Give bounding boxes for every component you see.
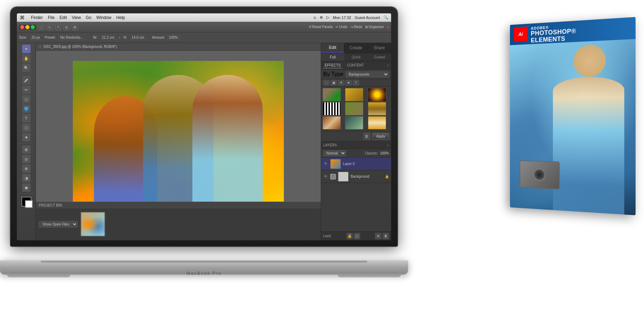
apply-btn[interactable]: Apply (372, 133, 389, 140)
home-btn[interactable]: ⌂ (387, 25, 389, 29)
menu-finder[interactable]: Finder (31, 15, 43, 20)
tab-share[interactable]: Share (368, 43, 391, 53)
organizer-btn[interactable]: ⊞ Organizer (365, 25, 384, 29)
tab-close-icon[interactable]: ✕ (39, 45, 42, 49)
apple-menu[interactable]: ⌘ (20, 15, 25, 20)
minimize-btn[interactable] (25, 25, 30, 29)
tool-eraser[interactable]: ◻ (22, 95, 31, 103)
bg-thumb-2[interactable] (345, 88, 363, 101)
search-icon[interactable]: 🔍 (383, 15, 388, 20)
delete-effect-btn[interactable]: 🗑 (363, 133, 370, 140)
tool-shape[interactable]: ⬡ (22, 124, 31, 132)
project-bin-content: Show Open Files (36, 209, 321, 239)
icon-btn-text[interactable]: T (353, 80, 359, 86)
amount-value[interactable]: 100% (167, 35, 180, 40)
macbook-foot-right (338, 272, 401, 277)
layers-list: 👁 Layer 0 👁 ⬚ Background (321, 158, 391, 231)
menu-view[interactable]: View (72, 15, 81, 20)
lock-all-btn[interactable]: 🔒 (346, 233, 353, 239)
menu-user[interactable]: Guest Account (355, 15, 380, 20)
bg-thumb-8[interactable] (345, 116, 363, 129)
tool-clone[interactable]: ⊕ (22, 164, 31, 173)
tab-content[interactable]: CONTENT (346, 63, 365, 68)
reset-panels-btn[interactable]: ↺ Reset Panels (308, 25, 333, 29)
effects-filter-row: By Type Backgrounds (321, 70, 391, 79)
layer-visibility-0[interactable]: 👁 (323, 162, 328, 166)
tool-marquee[interactable]: ⬚ (38, 24, 44, 30)
toolbar-right: ↺ Reset Panels ↩ Undo ↪ Redo ⊞ Organizer… (308, 25, 389, 29)
show-files-select[interactable]: Show Open Files (39, 221, 78, 228)
tab-edit[interactable]: Edit (321, 43, 344, 53)
tab-create[interactable]: Create (344, 43, 368, 53)
layer-visibility-bg[interactable]: 👁 (323, 174, 328, 179)
icon-btn-heart[interactable]: ♥ (338, 80, 344, 86)
layer-thumb-0 (330, 159, 341, 169)
tool-quick-select[interactable]: ◎ (63, 24, 70, 30)
height-value[interactable]: 14.0 cm (130, 35, 146, 40)
tool-sponge[interactable]: ◉ (22, 183, 31, 192)
bin-thumb-inner (81, 213, 104, 236)
icon-btn-2[interactable]: ▣ (331, 80, 337, 86)
ps-options-bar: Size: 20 px Preset: No Restrictio... W: … (17, 32, 391, 43)
tool-crop[interactable]: ⊞ (22, 145, 31, 154)
adobe-red-logo: Ai (514, 26, 528, 42)
tool-eyedropper[interactable]: 💉 (22, 76, 31, 84)
box-person-silhouette (553, 76, 624, 215)
subtab-quick[interactable]: Quick (344, 53, 368, 61)
bin-thumbnail-1[interactable] (81, 212, 105, 236)
menu-edit[interactable]: Edit (59, 15, 67, 20)
tool-zoom[interactable]: 🔍 (22, 64, 31, 72)
macbook-screen: ⌘ Finder File Edit View Go Window Help ⎋… (17, 13, 391, 240)
adobe-box-inner: Ai ADOBE® PHOTOSHOP® ELEMENTS 9 (510, 17, 636, 215)
window-controls (19, 25, 36, 30)
preset-value[interactable]: No Restrictio... (58, 35, 87, 40)
bg-thumb-3[interactable] (368, 88, 386, 101)
menu-go[interactable]: Go (86, 15, 91, 20)
tool-magic[interactable]: ⌖ (55, 24, 61, 30)
layers-menu-icon[interactable]: ≡ (387, 143, 389, 147)
subtab-full[interactable]: Full (321, 53, 344, 61)
blend-mode-select[interactable]: Normal (323, 150, 346, 156)
bg-thumb-7[interactable] (323, 116, 341, 129)
tool-brush[interactable]: ✏ (22, 86, 31, 94)
close-btn[interactable] (20, 25, 24, 29)
tool-lasso[interactable]: ∿ (46, 24, 53, 30)
maximize-btn[interactable] (31, 25, 35, 29)
person-right (192, 75, 263, 216)
tool-grid[interactable]: ⊞ (72, 24, 78, 30)
subtab-guided[interactable]: Guided (368, 53, 391, 61)
menu-help[interactable]: Help (116, 15, 125, 20)
tab-effects[interactable]: EFFECTS (323, 63, 342, 68)
bg-thumb-4[interactable] (323, 102, 341, 115)
lock-pixels-btn[interactable]: ◫ (354, 233, 360, 239)
tool-dodge[interactable]: ◑ (22, 174, 31, 182)
redo-btn[interactable]: ↪ Redo (350, 25, 362, 29)
menu-window[interactable]: Window (96, 15, 111, 20)
layer-item-background[interactable]: 👁 ⬚ Background 🔒 (321, 170, 391, 183)
tool-spot-heal[interactable]: ◎ (22, 155, 31, 163)
tool-move[interactable]: ✦ (22, 45, 31, 53)
panel-menu-icon[interactable]: ≡ (387, 63, 389, 67)
ps-right-panels: Edit Create Share Full Quick Guided (321, 43, 391, 240)
tool-paint-bucket[interactable]: 🪣 (22, 105, 31, 113)
bg-thumb-5[interactable] (345, 102, 363, 115)
bg-thumb-9[interactable] (368, 116, 386, 129)
size-value[interactable]: 20 px (30, 35, 42, 40)
tool-hand[interactable]: ✋ (22, 54, 31, 63)
width-value[interactable]: 21.2 cm (100, 35, 116, 40)
tool-star[interactable]: ★ (22, 133, 31, 141)
icon-btn-1[interactable]: ⬚ (323, 80, 330, 86)
bg-thumb-6[interactable] (368, 102, 386, 115)
layer-item-0[interactable]: 👁 Layer 0 (321, 158, 391, 170)
opacity-value[interactable]: 100% (380, 151, 389, 155)
box-camera (519, 160, 560, 190)
menu-file[interactable]: File (48, 15, 55, 20)
bg-thumb-1[interactable] (323, 88, 341, 101)
tool-text[interactable]: T (22, 114, 31, 122)
delete-layer-btn[interactable]: 🗑 (383, 233, 389, 239)
filter-select[interactable]: Backgrounds (346, 71, 389, 77)
foreground-color[interactable] (21, 197, 31, 207)
icon-btn-star[interactable]: ★ (345, 80, 352, 86)
undo-btn[interactable]: ↩ Undo (336, 25, 347, 29)
new-layer-btn[interactable]: ⊕ (375, 233, 381, 239)
